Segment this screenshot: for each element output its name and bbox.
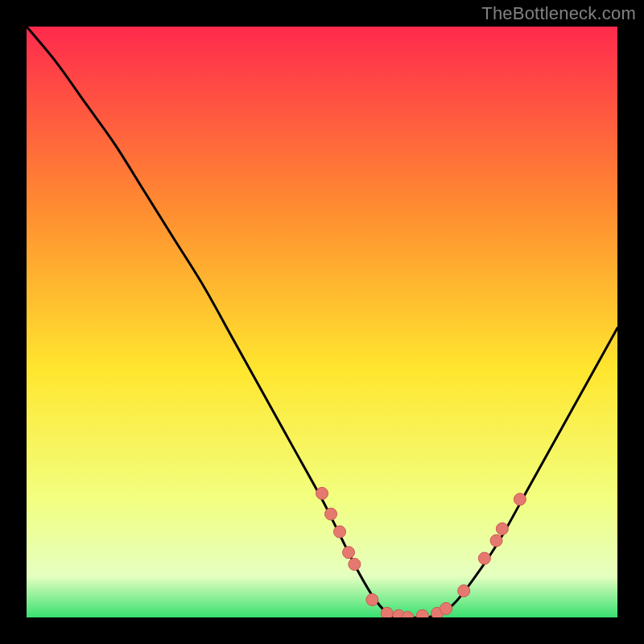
chart-svg [27, 27, 617, 617]
data-point [381, 607, 393, 617]
data-point [440, 602, 452, 614]
watermark-text: TheBottleneck.com [481, 3, 636, 24]
data-point [316, 487, 328, 499]
data-point [334, 526, 346, 538]
data-point [514, 493, 526, 506]
data-point [478, 552, 490, 564]
data-point [349, 558, 361, 570]
data-point [343, 547, 355, 559]
gradient-background [27, 27, 617, 617]
data-point [496, 522, 508, 535]
data-point [325, 508, 337, 520]
chart-frame: TheBottleneck.com [0, 0, 644, 644]
plot-area [27, 27, 617, 617]
data-point [366, 593, 378, 605]
data-point [490, 535, 502, 547]
data-point [458, 584, 470, 597]
